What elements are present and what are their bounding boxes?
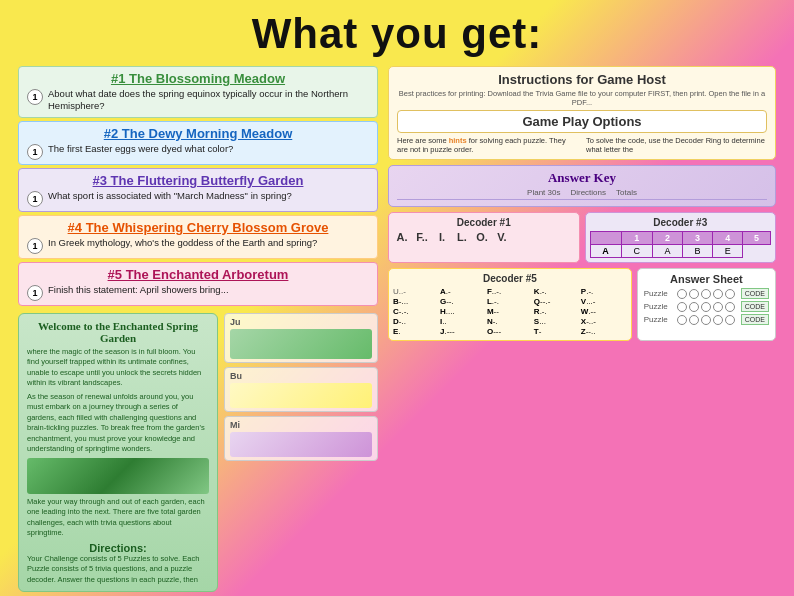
card-2-text: The first Easter eggs were dyed what col… (48, 143, 233, 155)
instructions-subtitle: Best practices for printing: Download th… (397, 89, 767, 107)
d5-z: Z--.. (581, 327, 627, 336)
directions-body: Your Challenge consists of 5 Puzzles to … (27, 554, 209, 586)
instructions-text-3: To solve the code, use the Decoder Ring … (586, 136, 765, 154)
decoder3-header-3: 3 (683, 232, 713, 245)
as-circles-1 (677, 289, 735, 299)
card-3-text: What sport is associated with "March Mad… (48, 190, 292, 202)
decoder1-cell-4: O. (473, 231, 491, 243)
d5-u: U..- (393, 287, 439, 296)
ak-nav-item-2: Directions (570, 188, 606, 197)
decoder3-val-2: B (683, 245, 713, 258)
as-code-box-1: CODE (741, 288, 769, 299)
d5-n: N-. (487, 317, 533, 326)
decoder-3-card: Decoder #3 1 2 3 4 5 A C A B (585, 212, 777, 263)
card-2-number: 1 (27, 144, 43, 160)
welcome-body-3: Make your way through and out of each ga… (27, 497, 209, 539)
as-circle-3-5 (725, 315, 735, 325)
ak-nav-item-1: Plant 30s (527, 188, 560, 197)
decoder-1-grid: A. F.. I. L. O. V. (393, 231, 575, 243)
as-circle-3-4 (713, 315, 723, 325)
d5-f: F..-. (487, 287, 533, 296)
instructions-col-2: To solve the code, use the Decoder Ring … (586, 136, 767, 154)
decoder3-header-4: 4 (713, 232, 743, 245)
card-3-number: 1 (27, 191, 43, 207)
answer-sheet-row-1: Puzzle CODE (644, 288, 769, 299)
d5-p: P.-. (581, 287, 627, 296)
hint-label: hints (449, 136, 467, 145)
card-5-title: #5 The Enchanted Arboretum (27, 267, 369, 282)
left-column: #1 The Blossoming Meadow 1 About what da… (18, 66, 378, 586)
decoder3-row-label: A (590, 245, 621, 258)
answer-sheet-card: Answer Sheet Puzzle CODE Puzzle (637, 268, 776, 341)
card-2-title: #2 The Dewy Morning Meadow (27, 126, 369, 141)
as-code-box-2: CODE (741, 301, 769, 312)
trivia-cards-stack: #1 The Blossoming Meadow 1 About what da… (18, 66, 378, 306)
d5-b: B-... (393, 297, 439, 306)
as-circles-3 (677, 315, 735, 325)
d5-r: R.-. (534, 307, 580, 316)
as-label-1: Puzzle (644, 289, 674, 298)
as-circle-2-1 (677, 302, 687, 312)
small-label-3: Mi (230, 420, 372, 430)
d5-l: L.-. (487, 297, 533, 306)
card-3-title: #3 The Fluttering Butterfly Garden (27, 173, 369, 188)
decoder1-cell-1: F.. (413, 231, 431, 243)
welcome-body-2: As the season of renewal unfolds around … (27, 392, 209, 455)
d5-w: W.-- (581, 307, 627, 316)
d5-d: D-.. (393, 317, 439, 326)
as-code-box-3: CODE (741, 314, 769, 325)
d5-s: S... (534, 317, 580, 326)
welcome-body-1: where the magic of the season is in full… (27, 347, 209, 389)
decoders-bottom-row: Decoder #5 U..- A.- F..-. K.-. P.-. B-..… (388, 268, 776, 341)
d5-i: I.. (440, 317, 486, 326)
decoder3-header-0 (590, 232, 621, 245)
d5-q: Q--.- (534, 297, 580, 306)
decoder-3-title: Decoder #3 (590, 217, 772, 228)
d5-g: G--. (440, 297, 486, 306)
d5-m: M-- (487, 307, 533, 316)
as-circle-3-2 (689, 315, 699, 325)
as-circle-2-4 (713, 302, 723, 312)
instructions-card: Instructions for Game Host Best practice… (388, 66, 776, 160)
as-label-2: Puzzle (644, 302, 674, 311)
small-card-2: Bu (224, 367, 378, 412)
d5-o: O--- (487, 327, 533, 336)
card-1-text: About what date does the spring equinox … (48, 88, 369, 113)
answer-key-card: Answer Key Plant 30s Directions Totals (388, 165, 776, 207)
right-column: Instructions for Game Host Best practice… (388, 66, 776, 586)
decoder-3-table: 1 2 3 4 5 A C A B E (590, 231, 772, 258)
answer-sheet-title: Answer Sheet (644, 273, 769, 285)
trivia-card-2: #2 The Dewy Morning Meadow 1 The first E… (18, 121, 378, 165)
as-circles-2 (677, 302, 735, 312)
small-label-1: Ju (230, 317, 372, 327)
d5-j: J.--- (440, 327, 486, 336)
directions-title: Directions: (27, 542, 209, 554)
card-1-title: #1 The Blossoming Meadow (27, 71, 369, 86)
decoder-1-title: Decoder #1 (393, 217, 575, 228)
trivia-card-1: #1 The Blossoming Meadow 1 About what da… (18, 66, 378, 118)
as-circle-1-4 (713, 289, 723, 299)
instructions-text-1: Here are some (397, 136, 449, 145)
as-circle-2-5 (725, 302, 735, 312)
decoder3-header-2: 2 (652, 232, 682, 245)
page-title: What you get: (0, 0, 794, 66)
as-circle-3-1 (677, 315, 687, 325)
d5-v: V...- (581, 297, 627, 306)
small-image-1 (230, 329, 372, 359)
trivia-card-3: #3 The Fluttering Butterfly Garden 1 Wha… (18, 168, 378, 212)
decoder3-val-1: A (652, 245, 682, 258)
decoder-5-card: Decoder #5 U..- A.- F..-. K.-. P.-. B-..… (388, 268, 632, 341)
card-4-title: #4 The Whispering Cherry Blossom Grove (27, 220, 369, 235)
instructions-col-1: Here are some hints for solving each puz… (397, 136, 578, 154)
decoder1-cell-5: V. (493, 231, 511, 243)
instructions-title: Instructions for Game Host (397, 72, 767, 87)
ak-nav-item-3: Totals (616, 188, 637, 197)
d5-x: X-..- (581, 317, 627, 326)
d5-c: C-.-. (393, 307, 439, 316)
decoder-5-grid: U..- A.- F..-. K.-. P.-. B-... G--. L.-.… (393, 287, 627, 336)
as-circle-1-2 (689, 289, 699, 299)
answer-key-title: Answer Key (397, 170, 767, 186)
decoder-1-card: Decoder #1 A. F.. I. L. O. V. (388, 212, 580, 263)
decoders-top-row: Decoder #1 A. F.. I. L. O. V. Decoder #3… (388, 212, 776, 263)
card-1-number: 1 (27, 89, 43, 105)
